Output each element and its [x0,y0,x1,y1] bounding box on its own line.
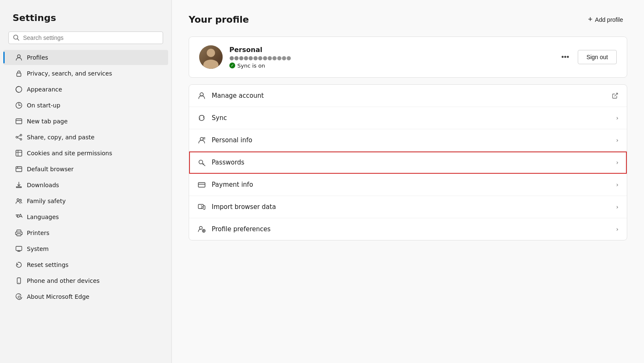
svg-rect-15 [16,150,22,156]
profile-actions: ••• Sign out [558,50,617,64]
family-safety-icon [15,197,23,205]
personal-info-label: Personal info [212,136,610,144]
profile-prefs-chevron: › [616,226,618,232]
edge-icon [15,293,23,300]
sidebar-item-newtab[interactable]: New tab page [3,114,168,129]
sidebar-label-downloads: Downloads [27,182,59,188]
svg-rect-25 [16,246,22,251]
sidebar-label-cookies: Cookies and site permissions [27,150,112,157]
profile-card: Personal ●●●●●●●●●●●●● Sync is on ••• Si… [189,37,627,78]
sidebar-label-newtab: New tab page [27,118,68,125]
startup-icon [15,102,23,109]
sidebar-item-about[interactable]: About Microsoft Edge [3,289,168,304]
menu-item-sync[interactable]: Sync › [189,107,627,129]
payment-info-label: Payment info [212,181,610,188]
avatar [199,45,223,69]
svg-point-29 [18,282,19,283]
sidebar-item-phone[interactable]: Phone and other devices [3,273,168,288]
sidebar-item-languages[interactable]: Languages [3,209,168,225]
personal-info-chevron: › [616,137,618,144]
privacy-icon [15,70,23,77]
menu-item-manage-account[interactable]: Manage account [189,85,627,107]
more-dots-label: ••• [561,53,569,61]
menu-item-payment-info[interactable]: Payment info › [189,174,627,196]
svg-point-2 [18,55,21,58]
sidebar-item-default-browser[interactable]: Default browser [3,162,168,177]
sidebar-label-appearance: Appearance [27,86,62,93]
profile-prefs-icon [197,225,206,233]
newtab-icon [15,118,23,125]
menu-list: Manage account Sync › [189,84,627,240]
share-icon [15,133,23,141]
menu-item-profile-prefs[interactable]: Profile preferences › [189,218,627,240]
sync-label: Sync [212,114,610,122]
passwords-label: Passwords [212,159,610,166]
plus-icon: + [588,15,593,24]
svg-point-21 [17,199,19,201]
manage-account-label: Manage account [212,92,606,99]
import-browser-icon [197,203,206,211]
sync-icon [197,114,206,122]
system-icon [15,245,23,253]
sidebar-item-printers[interactable]: Printers [3,225,168,240]
sidebar-item-reset[interactable]: Reset settings [3,257,168,272]
menu-item-passwords[interactable]: Passwords › [189,151,627,174]
sidebar-label-family-safety: Family safety [27,198,66,204]
sign-out-button[interactable]: Sign out [578,50,617,64]
profile-name: Personal [229,46,551,54]
svg-rect-24 [17,234,21,236]
main-content: Your profile + Add profile Personal ●●●●… [172,0,644,363]
reset-icon [15,261,23,269]
search-box[interactable] [8,31,163,44]
svg-line-1 [18,39,19,41]
sidebar-label-share: Share, copy, and paste [27,134,94,141]
profile-email: ●●●●●●●●●●●●● [229,55,551,61]
downloads-icon [15,181,23,189]
sidebar-title: Settings [0,8,171,31]
more-options-button[interactable]: ••• [558,51,573,63]
main-header: Your profile + Add profile [189,13,627,26]
payment-info-icon [197,180,206,189]
sidebar-item-privacy[interactable]: Privacy, search, and services [3,66,168,81]
sidebar-item-share[interactable]: Share, copy, and paste [3,130,168,145]
svg-point-12 [20,138,22,140]
sidebar-item-profiles[interactable]: Profiles [3,50,168,65]
sidebar-item-startup[interactable]: On start-up [3,98,168,113]
sidebar-item-downloads[interactable]: Downloads [3,178,168,193]
menu-item-personal-info[interactable]: Personal info › [189,129,627,151]
sidebar-label-printers: Printers [27,230,49,236]
personal-info-icon [197,136,206,144]
passwords-icon [197,158,206,167]
svg-line-14 [18,138,20,139]
add-profile-button[interactable]: + Add profile [584,13,627,26]
sidebar-label-system: System [27,245,49,252]
sync-chevron: › [616,115,618,121]
sidebar-item-appearance[interactable]: Appearance [3,82,168,97]
sync-status: Sync is on [229,63,551,69]
import-browser-label: Import browser data [212,203,610,211]
sidebar-label-profiles: Profiles [27,54,48,61]
svg-rect-37 [198,183,205,187]
search-input[interactable] [23,34,158,41]
svg-rect-3 [17,73,21,76]
external-link-icon [612,92,618,99]
svg-line-13 [18,136,20,137]
appearance-icon [15,86,23,93]
add-profile-label: Add profile [595,16,623,23]
profile-info: Personal ●●●●●●●●●●●●● Sync is on [229,46,551,69]
svg-point-10 [20,134,22,136]
svg-point-22 [20,199,21,201]
sidebar-item-family-safety[interactable]: Family safety [3,193,168,209]
import-browser-chevron: › [616,204,618,210]
sidebar-label-privacy: Privacy, search, and services [27,70,112,77]
default-browser-icon [15,165,23,173]
sidebar-label-reset: Reset settings [27,261,68,268]
sync-indicator [229,63,235,68]
sidebar-item-cookies[interactable]: Cookies and site permissions [3,146,168,161]
sidebar: Settings Profiles Privacy, search, and s [0,0,172,363]
menu-item-import-browser[interactable]: Import browser data › [189,196,627,218]
search-icon [13,34,20,41]
profile-prefs-label: Profile preferences [212,225,610,233]
sidebar-item-system[interactable]: System [3,241,168,256]
svg-rect-8 [16,119,22,124]
